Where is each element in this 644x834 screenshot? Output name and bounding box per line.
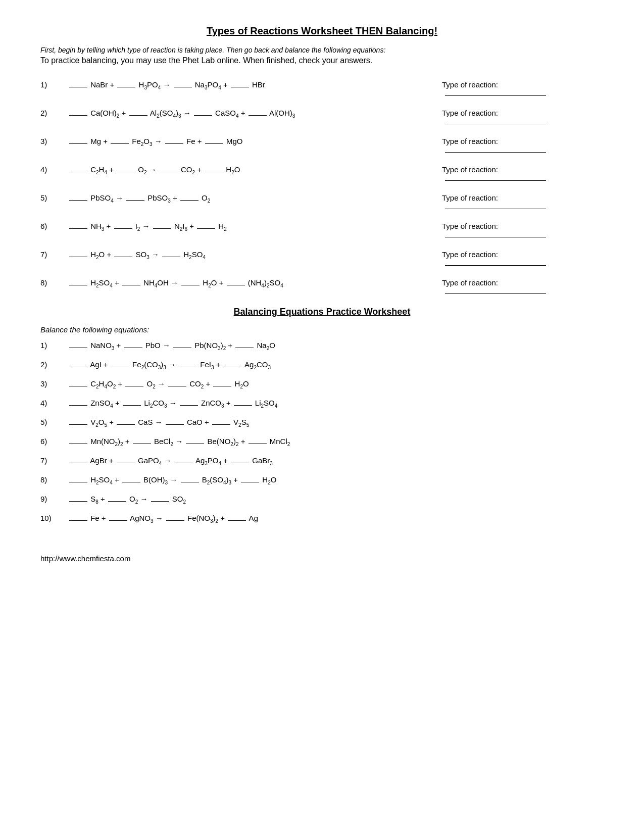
blank — [197, 228, 215, 229]
blank — [241, 482, 259, 482]
blank — [162, 257, 180, 257]
eq-content-5: PbSO4 → PbSO3 + O2 — [68, 193, 442, 204]
blank — [235, 348, 254, 348]
blank — [111, 367, 129, 367]
s2-eq-content-1: NaNO3 + PbO → Pb(NO3)2 + Na2O — [68, 341, 275, 351]
table-row: 6) NH3 + I2 → N2I6 + H2 Type of reaction… — [40, 222, 604, 239]
blank — [69, 348, 87, 348]
table-row: 7) AgBr + GaPO4 → Ag3PO4 + GaBr3 — [40, 456, 604, 466]
table-row: 1) NaBr + H3PO4 → Na3PO4 + HBr Type of r… — [40, 80, 604, 97]
s2-eq-content-9: S8 + O2 → SO2 — [68, 495, 186, 505]
type-blank-7 — [445, 265, 546, 266]
blank — [69, 200, 87, 201]
type-blank-2 — [445, 124, 546, 124]
s2-eq-number-10: 10) — [40, 514, 68, 522]
blank — [179, 367, 197, 367]
type-blank-4 — [445, 180, 546, 181]
table-row: 4) C2H4 + O2 → CO2 + H2O Type of reactio… — [40, 165, 604, 182]
eq-type-7: Type of reaction: — [442, 250, 604, 267]
eq-number-4: 4) — [40, 165, 68, 174]
s2-eq-number-9: 9) — [40, 495, 68, 503]
s2-eq-content-8: H2SO4 + B(OH)3 → B2(SO4)3 + H2O — [68, 475, 276, 485]
blank — [114, 228, 132, 229]
blank — [122, 285, 140, 285]
s2-eq-number-4: 4) — [40, 399, 68, 407]
eq-content-3: Mg + Fe2O3 → Fe + MgO — [68, 137, 442, 147]
blank — [181, 482, 199, 482]
eq-number-1: 1) — [40, 80, 68, 89]
blank — [186, 444, 204, 444]
type-blank-1 — [445, 95, 546, 96]
intro-normal: To practice balancing, you may use the P… — [40, 56, 604, 65]
blank — [69, 405, 87, 406]
s2-eq-number-6: 6) — [40, 437, 68, 446]
blank — [69, 424, 87, 425]
table-row: 2) Ca(OH)2 + Al2(SO4)3 → CaSO4 + Al(OH)3… — [40, 109, 604, 126]
table-row: 8) H2SO4 + B(OH)3 → B2(SO4)3 + H2O — [40, 475, 604, 485]
eq-content-8: H2SO4 + NH4OH → H2O + (NH4)2SO4 — [68, 278, 442, 288]
s2-eq-number-8: 8) — [40, 475, 68, 484]
blank — [173, 348, 191, 348]
blank — [117, 87, 135, 87]
blank — [111, 143, 129, 144]
blank — [249, 115, 267, 116]
blank — [174, 87, 192, 87]
footer-url: http://www.chemfiesta.com — [40, 554, 604, 563]
eq-number-6: 6) — [40, 222, 68, 230]
blank — [109, 520, 127, 521]
blank — [69, 386, 87, 386]
blank — [175, 463, 193, 463]
eq-content-4: C2H4 + O2 → CO2 + H2O — [68, 165, 442, 175]
eq-number-5: 5) — [40, 193, 68, 202]
blank — [69, 285, 87, 285]
blank — [69, 501, 87, 502]
blank — [117, 424, 135, 425]
eq-type-5: Type of reaction: — [442, 193, 604, 211]
blank — [249, 444, 267, 444]
section2-instructions: Balance the following equations: — [40, 325, 604, 334]
eq-content-2: Ca(OH)2 + Al2(SO4)3 → CaSO4 + Al(OH)3 — [68, 109, 442, 119]
blank — [125, 386, 143, 386]
blank — [227, 285, 245, 285]
blank — [122, 482, 140, 482]
blank — [234, 405, 252, 406]
eq-type-4: Type of reaction: — [442, 165, 604, 182]
blank — [180, 200, 199, 201]
table-row: 9) S8 + O2 → SO2 — [40, 495, 604, 505]
type-blank-3 — [445, 152, 546, 153]
blank — [194, 115, 212, 116]
blank — [124, 348, 142, 348]
blank — [69, 115, 87, 116]
table-row: 5) V2O5 + CaS → CaO + V2S5 — [40, 418, 604, 428]
blank — [205, 172, 223, 172]
blank — [213, 386, 231, 386]
table-row: 1) NaNO3 + PbO → Pb(NO3)2 + Na2O — [40, 341, 604, 351]
blank — [231, 87, 249, 87]
blank — [69, 482, 87, 482]
eq-content-6: NH3 + I2 → N2I6 + H2 — [68, 222, 442, 232]
blank — [153, 228, 171, 229]
blank — [69, 257, 87, 257]
blank — [69, 172, 87, 172]
s2-eq-number-5: 5) — [40, 418, 68, 426]
blank — [133, 444, 151, 444]
blank — [205, 143, 223, 144]
blank — [69, 463, 87, 463]
eq-type-1: Type of reaction: — [442, 80, 604, 97]
eq-content-7: H2O + SO3 → H2SO4 — [68, 250, 442, 260]
s2-eq-number-3: 3) — [40, 379, 68, 388]
table-row: 4) ZnSO4 + Li2CO3 → ZnCO3 + Li2SO4 — [40, 399, 604, 409]
table-row: 7) H2O + SO3 → H2SO4 Type of reaction: — [40, 250, 604, 267]
type-blank-6 — [445, 237, 546, 237]
blank — [224, 367, 242, 367]
blank — [69, 87, 87, 87]
blank — [126, 200, 144, 201]
blank — [123, 405, 141, 406]
s2-eq-content-5: V2O5 + CaS → CaO + V2S5 — [68, 418, 249, 428]
blank — [117, 172, 135, 172]
blank — [151, 501, 169, 502]
blank — [117, 463, 135, 463]
s2-eq-content-2: AgI + Fe2(CO3)3 → FeI3 + Ag2CO3 — [68, 360, 271, 370]
blank — [212, 424, 230, 425]
s2-eq-number-1: 1) — [40, 341, 68, 350]
